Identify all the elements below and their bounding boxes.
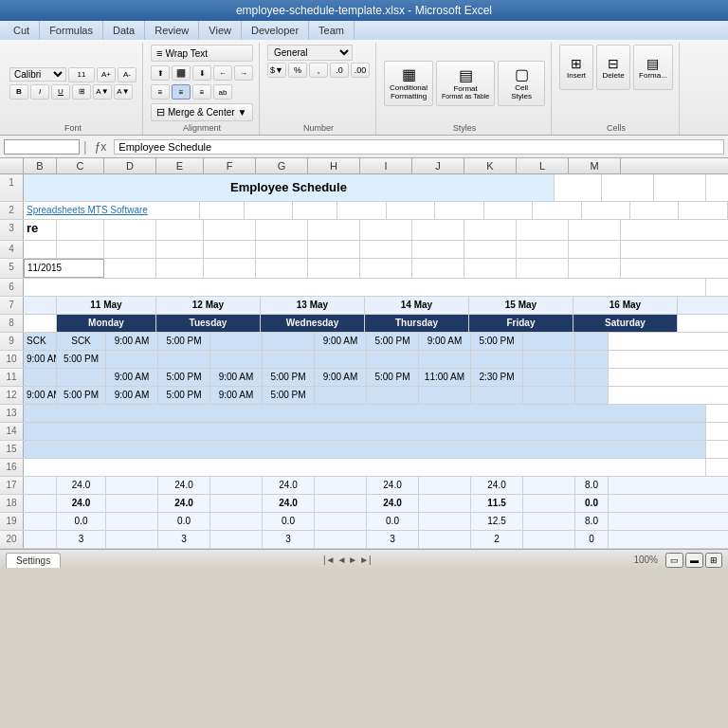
tab-developer[interactable]: Developer <box>242 21 309 40</box>
percent-btn[interactable]: % <box>288 63 307 78</box>
sum3-k[interactable]: 12.5 <box>471 513 523 530</box>
sr3-b[interactable] <box>24 369 57 386</box>
dec-inc-btn[interactable]: .0 <box>330 63 349 78</box>
col-c[interactable]: C <box>57 158 104 173</box>
day-sat[interactable]: Saturday <box>573 315 678 332</box>
sr1-h[interactable]: 9:00 AM <box>315 333 367 350</box>
spacer-cell[interactable] <box>24 279 706 296</box>
sr2-l[interactable] <box>523 351 575 368</box>
date-sat[interactable]: 16 May <box>573 297 678 314</box>
border-btn[interactable]: ⊞ <box>72 84 91 100</box>
sum2-b[interactable] <box>24 495 57 512</box>
cell-5-f[interactable] <box>204 259 256 278</box>
sr4-b[interactable]: 9:00 AM <box>24 387 57 404</box>
sum4-c[interactable]: 3 <box>57 531 106 548</box>
sr1-d[interactable]: 9:00 AM <box>106 333 158 350</box>
sum4-k[interactable]: 2 <box>471 531 523 548</box>
cell-5-e[interactable] <box>156 259 204 278</box>
page-layout-btn[interactable]: ▬ <box>685 553 703 568</box>
font-size-btn[interactable]: 11 <box>68 67 95 82</box>
sum3-b[interactable] <box>24 513 57 530</box>
col-d[interactable]: D <box>104 158 156 173</box>
col-j[interactable]: J <box>412 158 464 173</box>
cell-3-j[interactable] <box>412 220 464 240</box>
sum1-g[interactable]: 24.0 <box>263 477 315 494</box>
cell-1-l[interactable] <box>602 174 654 201</box>
sr4-h[interactable] <box>315 387 367 404</box>
cell-5-k[interactable] <box>464 259 517 278</box>
sr2-d[interactable] <box>106 351 158 368</box>
cell-2-m[interactable] <box>679 202 727 219</box>
sr2-c[interactable]: 5:00 PM <box>57 351 106 368</box>
sr4-e[interactable]: 5:00 PM <box>158 387 210 404</box>
date-mon[interactable]: 11 May <box>57 297 156 314</box>
scroll-right-btn[interactable]: ► <box>348 555 357 565</box>
day-mon[interactable]: Monday <box>57 315 156 332</box>
sr3-k[interactable]: 2:30 PM <box>471 369 523 386</box>
start-date-cell[interactable]: 11/2015 <box>24 259 104 278</box>
sum4-i[interactable]: 3 <box>367 531 419 548</box>
cell-4-j[interactable] <box>412 241 464 258</box>
sum4-g[interactable]: 3 <box>263 531 315 548</box>
font-color-btn[interactable]: A▼ <box>114 84 133 100</box>
sum2-d[interactable] <box>106 495 158 512</box>
cell-4-l[interactable] <box>517 241 569 258</box>
col-g[interactable]: G <box>256 158 308 173</box>
cell-4-i[interactable] <box>360 241 412 258</box>
sum2-j[interactable] <box>419 495 471 512</box>
sum1-b[interactable] <box>24 477 57 494</box>
bold-btn[interactable]: B <box>9 84 28 100</box>
align-bot-btn[interactable]: ⬇ <box>192 65 211 81</box>
sum2-i[interactable]: 24.0 <box>367 495 419 512</box>
sr1-g[interactable] <box>263 333 315 350</box>
indent-dec-btn[interactable]: ← <box>213 65 232 81</box>
col-m[interactable]: M <box>569 158 621 173</box>
watermark-cell[interactable]: Spreadsheets MTS Software <box>24 202 200 219</box>
sum3-h[interactable] <box>315 513 367 530</box>
sr1-e[interactable]: 5:00 PM <box>158 333 210 350</box>
cell-4-k[interactable] <box>464 241 517 258</box>
cell-5-m[interactable] <box>569 259 621 278</box>
cell-2-j[interactable] <box>533 202 581 219</box>
cell-5-j[interactable] <box>412 259 464 278</box>
cell-2-h[interactable] <box>435 202 483 219</box>
schedule-title-cell[interactable]: Employee Schedule <box>24 174 555 201</box>
font-size-shrink[interactable]: A- <box>118 67 136 82</box>
sr2-e[interactable] <box>158 351 210 368</box>
cell-3-c[interactable] <box>57 220 104 240</box>
col-f[interactable]: F <box>204 158 256 173</box>
cell-3-d[interactable] <box>104 220 156 240</box>
sr2-f[interactable] <box>210 351 263 368</box>
sr1-f[interactable] <box>210 333 263 350</box>
cell-4-h[interactable] <box>308 241 360 258</box>
sr1-c[interactable]: SCK <box>57 333 106 350</box>
cell-2-d[interactable] <box>245 202 293 219</box>
font-select[interactable]: Calibri <box>9 67 66 82</box>
sum3-i[interactable]: 0.0 <box>367 513 419 530</box>
normal-view-btn[interactable]: ▭ <box>665 553 683 568</box>
align-top-btn[interactable]: ⬆ <box>151 65 170 81</box>
cell-3-m[interactable] <box>569 220 621 240</box>
cell-2-g[interactable] <box>387 202 435 219</box>
cell-3-k[interactable] <box>464 220 517 240</box>
sum4-m[interactable]: 0 <box>575 531 609 548</box>
sr3-m[interactable] <box>575 369 609 386</box>
empty-7-b[interactable] <box>24 297 57 314</box>
sr3-f[interactable]: 9:00 AM <box>210 369 263 386</box>
col-k[interactable]: K <box>464 158 517 173</box>
cell-1-k[interactable] <box>555 174 602 201</box>
sum1-l[interactable] <box>523 477 575 494</box>
sr4-j[interactable] <box>419 387 471 404</box>
cell-2-l[interactable] <box>630 202 679 219</box>
sum1-i[interactable]: 24.0 <box>367 477 419 494</box>
day-fri[interactable]: Friday <box>469 315 573 332</box>
spacer2-cell[interactable] <box>24 459 706 476</box>
sum4-f[interactable] <box>210 531 263 548</box>
page-break-btn[interactable]: ⊞ <box>705 553 722 568</box>
sr3-j[interactable]: 11:00 AM <box>419 369 471 386</box>
sr3-e[interactable]: 5:00 PM <box>158 369 210 386</box>
font-size-grow[interactable]: A+ <box>97 67 116 82</box>
sum3-d[interactable] <box>106 513 158 530</box>
sr4-i[interactable] <box>367 387 419 404</box>
sr2-h[interactable] <box>315 351 367 368</box>
